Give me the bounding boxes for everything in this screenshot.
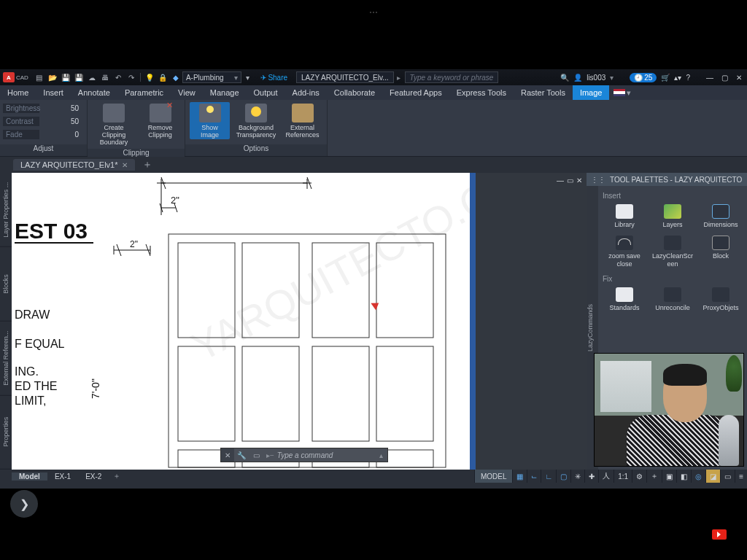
- palette-titlebar[interactable]: ⋮⋮ TOOL PALETTES - LAZY ARQUITECTO: [587, 173, 747, 186]
- osnap-icon[interactable]: ✳: [570, 470, 584, 483]
- tab-output[interactable]: Output: [247, 85, 285, 100]
- file-tab[interactable]: LAZY ARQUITECTO_Elv1* ✕: [13, 159, 135, 171]
- vp-restore-icon[interactable]: ▭: [567, 176, 573, 184]
- tab-addins[interactable]: Add-ins: [285, 85, 327, 100]
- blocks-tab[interactable]: Blocks: [0, 247, 12, 322]
- tool-standards[interactable]: Standards: [603, 287, 646, 311]
- tab-view[interactable]: View: [171, 85, 203, 100]
- tab-collaborate[interactable]: Collaborate: [327, 85, 382, 100]
- properties-tab[interactable]: Properties: [0, 395, 12, 470]
- search-icon[interactable]: 🔍: [560, 74, 569, 82]
- otrack-icon[interactable]: ✚: [584, 470, 598, 483]
- clean-icon[interactable]: ◪: [705, 470, 720, 483]
- menu-icon[interactable]: ≡: [735, 470, 747, 483]
- tool-layers[interactable]: Layers: [651, 204, 694, 228]
- cmd-settings-icon[interactable]: 🔧: [234, 451, 249, 459]
- dim-2in: 2": [171, 195, 179, 206]
- contrast-slider[interactable]: Contrast50: [3, 114, 83, 128]
- more-icon[interactable]: ▾: [242, 72, 254, 82]
- snap-icon[interactable]: ⌙: [527, 470, 541, 483]
- tool-proxy-objects[interactable]: ProxyObjets: [699, 287, 743, 311]
- close-icon[interactable]: ✕: [734, 74, 744, 82]
- tab-insert[interactable]: Insert: [36, 85, 71, 100]
- plot-icon[interactable]: 🖶: [99, 72, 111, 82]
- layer-icon[interactable]: ◆: [170, 72, 182, 82]
- tool-library[interactable]: Library: [603, 204, 646, 228]
- tab-image[interactable]: Image: [573, 85, 610, 100]
- vp-close-icon[interactable]: ✕: [576, 176, 582, 184]
- vp-minimize-icon[interactable]: —: [557, 176, 564, 184]
- model-space-bg[interactable]: — ▭ ✕: [476, 173, 587, 470]
- remove-clipping-button[interactable]: RemoveClipping: [140, 102, 180, 139]
- redo-icon[interactable]: ↷: [125, 72, 137, 82]
- tool-zoom-save-close[interactable]: zoom save close: [603, 236, 646, 268]
- tab-ex2[interactable]: EX-2: [78, 472, 109, 481]
- gear-icon[interactable]: ⚙: [632, 470, 646, 483]
- tab-home[interactable]: Home: [0, 85, 36, 100]
- tab-raster[interactable]: Raster Tools: [514, 85, 573, 100]
- tab-annotate[interactable]: Annotate: [71, 85, 117, 100]
- tab-express[interactable]: Express Tools: [449, 85, 514, 100]
- lock-icon[interactable]: 🔒: [157, 72, 169, 82]
- open-icon[interactable]: 📂: [47, 72, 58, 82]
- tab-manage[interactable]: Manage: [203, 85, 247, 100]
- grip-icon[interactable]: ⋮⋮: [591, 176, 605, 184]
- tool-block[interactable]: Block: [699, 236, 743, 268]
- maximize-icon[interactable]: ▢: [719, 74, 729, 82]
- youtube-subscribe-icon[interactable]: [712, 529, 727, 540]
- saveas-icon[interactable]: 💾: [73, 72, 85, 82]
- tab-parametric[interactable]: Parametric: [117, 85, 171, 100]
- xref-tab[interactable]: External Referen...: [0, 322, 12, 396]
- timer-badge[interactable]: 🕘 25: [630, 73, 657, 82]
- background-transparency-button[interactable]: BackgroundTransparency: [234, 102, 278, 139]
- scale-dropdown[interactable]: 1:1: [614, 470, 632, 483]
- undo-icon[interactable]: ↶: [112, 72, 124, 82]
- vp-icon[interactable]: ▣: [662, 470, 676, 483]
- app-logo[interactable]: A: [3, 72, 15, 82]
- brightness-slider[interactable]: Brightness50: [3, 101, 83, 114]
- new-tab-button[interactable]: ＋: [142, 158, 152, 171]
- layer-properties-tab[interactable]: Layer Properties ...: [0, 173, 12, 247]
- external-references-button[interactable]: ExternalReferences: [282, 102, 322, 139]
- dyn-icon[interactable]: 人: [598, 470, 614, 483]
- tab-featured[interactable]: Featured Apps: [382, 85, 449, 100]
- command-line[interactable]: ✕ 🔧 ▭ ▸− Type a command ▴: [220, 448, 388, 462]
- username[interactable]: lis003: [587, 74, 605, 82]
- new-icon[interactable]: ▤: [34, 72, 45, 82]
- tab-model[interactable]: Model: [12, 472, 47, 481]
- grid-icon[interactable]: ▦: [512, 470, 527, 483]
- add-layout-button[interactable]: ＋: [113, 471, 120, 481]
- ortho-icon[interactable]: ∟: [541, 470, 556, 483]
- cmd-recent-icon[interactable]: ▭: [249, 451, 263, 459]
- hw-icon[interactable]: ◎: [691, 470, 705, 483]
- custom-icon[interactable]: ▭: [720, 470, 735, 483]
- tool-clean-screen[interactable]: LazyCleanScr een: [651, 236, 694, 268]
- create-clipping-boundary-button[interactable]: Create ClippingBoundary: [92, 102, 136, 147]
- help-icon[interactable]: ?: [686, 74, 690, 82]
- layer-dropdown[interactable]: A-Plumbing ▾: [182, 71, 241, 83]
- fade-slider[interactable]: Fade0: [3, 128, 83, 141]
- share-button[interactable]: ✈ Share: [260, 74, 287, 82]
- user-icon[interactable]: 👤: [573, 74, 582, 82]
- modelspace-toggle[interactable]: MODEL: [474, 470, 513, 483]
- close-icon[interactable]: ✕: [122, 161, 128, 169]
- plus-icon[interactable]: ＋: [646, 470, 662, 483]
- search-input[interactable]: Type a keyword or phrase: [405, 71, 499, 83]
- tool-dimensions[interactable]: Dimensions: [699, 204, 743, 228]
- flag-icon[interactable]: [614, 89, 625, 96]
- chevron-up-icon[interactable]: ▴: [375, 451, 387, 459]
- apps-icon[interactable]: ▴▾: [674, 74, 681, 82]
- web-icon[interactable]: ☁: [86, 72, 98, 82]
- minimize-icon[interactable]: —: [705, 74, 715, 82]
- cmd-close-icon[interactable]: ✕: [221, 448, 234, 462]
- iso-icon[interactable]: ◧: [676, 470, 691, 483]
- cart-icon[interactable]: 🛒: [661, 74, 670, 82]
- show-image-button[interactable]: ShowImage: [190, 102, 230, 139]
- bulb-icon[interactable]: 💡: [144, 72, 155, 82]
- polar-icon[interactable]: ▢: [556, 470, 570, 483]
- drawing-canvas[interactable]: YARQUITECTO.C EST 03 2" 2" 7'-0" DRAW: [12, 173, 476, 470]
- tab-ex1[interactable]: EX-1: [47, 472, 78, 481]
- tool-unreconcile[interactable]: Unreconcile: [651, 287, 694, 311]
- next-button[interactable]: ❯: [10, 490, 38, 518]
- save-icon[interactable]: 💾: [60, 72, 71, 82]
